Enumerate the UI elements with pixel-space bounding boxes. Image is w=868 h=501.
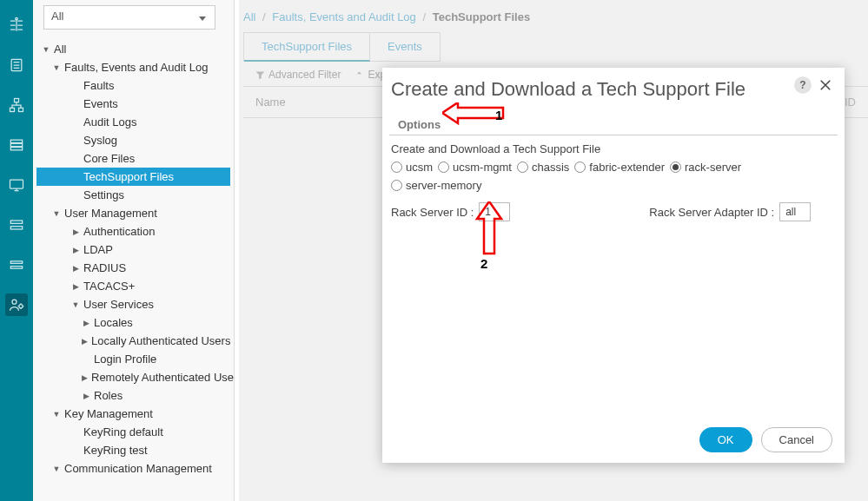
tree-item-label: KeyRing default <box>83 425 227 438</box>
cancel-button[interactable]: Cancel <box>761 427 832 452</box>
rail-icon-admin[interactable] <box>5 293 28 316</box>
caret-icon[interactable] <box>52 410 61 419</box>
caret-icon[interactable] <box>71 282 80 291</box>
tree-item[interactable]: Faults <box>36 76 230 95</box>
tree-item[interactable]: Core Files <box>36 149 230 168</box>
radio-ucsm-mgmt[interactable]: ucsm-mgmt <box>438 161 512 174</box>
scope-select[interactable]: All <box>43 5 215 30</box>
caret-icon[interactable] <box>82 392 90 400</box>
tree-item[interactable]: Login Profile <box>36 350 230 368</box>
caret-spacer <box>71 428 80 437</box>
radio-fabric-extender[interactable]: fabric-extender <box>574 161 665 174</box>
tree-item[interactable]: LDAP <box>36 241 230 259</box>
annotation-label-1: 1 <box>495 108 502 122</box>
caret-spacer <box>71 136 80 145</box>
tree-item-label: Login Profile <box>94 353 227 366</box>
tree-item-label: Locally Authenticated Users <box>91 334 230 347</box>
tree-item-label: Roles <box>94 389 227 402</box>
caret-icon[interactable] <box>82 319 90 327</box>
rack-server-adapter-id-label: Rack Server Adapter ID : <box>649 206 774 219</box>
tree-item[interactable]: TechSupport Files <box>36 168 230 186</box>
rail-icon-chassis[interactable] <box>5 254 28 276</box>
tree-item[interactable]: Key Management <box>36 405 230 423</box>
rack-server-id-label: Rack Server ID : <box>391 206 474 219</box>
rail-icon-servers[interactable] <box>5 54 28 76</box>
caret-spacer <box>71 118 80 127</box>
radio-server-memory[interactable]: server-memory <box>391 179 481 192</box>
tree-item[interactable]: User Services <box>36 295 230 313</box>
rail-icon-equipment[interactable] <box>5 14 28 36</box>
modal-title: Create and Download a Tech Support File … <box>382 68 845 111</box>
svg-rect-6 <box>10 143 22 146</box>
tree-item[interactable]: RADIUS <box>36 259 230 277</box>
tree-item[interactable]: User Management <box>36 204 230 222</box>
tree-item-label: Events <box>83 97 227 110</box>
svg-rect-2 <box>15 99 19 102</box>
tree-item-label: Core Files <box>83 152 227 165</box>
rail-icon-lan[interactable] <box>5 94 28 116</box>
tree-item-label: Syslog <box>83 134 227 147</box>
modal-create-techsupport: Create and Download a Tech Support File … <box>382 68 845 463</box>
tree-item[interactable]: Authentication <box>36 222 230 241</box>
caret-spacer <box>71 191 80 200</box>
caret-icon[interactable] <box>42 45 50 54</box>
rack-server-id-input[interactable]: 1 <box>479 202 510 221</box>
caret-icon[interactable] <box>82 337 88 346</box>
tree-item[interactable]: KeyRing default <box>36 423 230 441</box>
tree-item-label: KeyRing test <box>83 444 227 457</box>
tree-item-label: Authentication <box>83 225 227 238</box>
caret-icon[interactable] <box>52 209 61 218</box>
svg-rect-3 <box>10 108 15 111</box>
radio-rack-server[interactable]: rack-server <box>670 161 741 174</box>
tree-item-label: All <box>54 43 227 56</box>
nav-panel: All AllFaults, Events and Audit Log Faul… <box>33 0 235 501</box>
tree-item-label: Locales <box>94 316 227 329</box>
radio-ucsm[interactable]: ucsm <box>391 161 433 174</box>
svg-rect-8 <box>10 180 23 188</box>
svg-point-13 <box>12 300 17 304</box>
ok-button[interactable]: OK <box>699 427 752 452</box>
tree-item-label: User Services <box>83 298 227 311</box>
rail-icon-vm[interactable] <box>5 174 28 196</box>
annotation-label-2: 2 <box>480 256 487 271</box>
rack-server-adapter-id-input[interactable]: all <box>779 202 811 221</box>
help-icon[interactable]: ? <box>794 76 812 94</box>
tree-item[interactable]: Locally Authenticated Users <box>36 332 230 350</box>
tree-item-label: Faults, Events and Audit Log <box>64 61 227 74</box>
caret-icon[interactable] <box>52 63 61 72</box>
tree-item[interactable]: Remotely Authenticated Users <box>36 368 230 386</box>
rail-icon-storage[interactable] <box>5 214 28 236</box>
tree-item[interactable]: TACACS+ <box>36 277 230 295</box>
close-icon[interactable] <box>815 75 836 96</box>
tree-item[interactable]: Events <box>36 95 230 113</box>
tree-item-label: Communication Management <box>64 462 227 475</box>
tree-item[interactable]: KeyRing test <box>36 441 230 459</box>
tree-item-label: TACACS+ <box>83 280 227 293</box>
caret-icon[interactable] <box>71 246 80 254</box>
tree-item-label: Key Management <box>64 407 227 420</box>
caret-icon[interactable] <box>82 373 88 382</box>
caret-icon[interactable] <box>52 465 61 473</box>
tree-item[interactable]: Roles <box>36 386 230 405</box>
svg-rect-4 <box>19 108 23 111</box>
tree-item[interactable]: Settings <box>36 186 230 204</box>
tree-item-label: RADIUS <box>83 261 227 274</box>
tree-item[interactable]: Locales <box>36 313 230 332</box>
tree-item-label: LDAP <box>83 243 227 256</box>
tree-item[interactable]: Communication Management <box>36 459 230 478</box>
caret-spacer <box>71 100 80 109</box>
tree-item[interactable]: All <box>36 40 230 58</box>
caret-icon[interactable] <box>71 264 80 273</box>
caret-icon[interactable] <box>71 227 80 236</box>
tree-item[interactable]: Audit Logs <box>36 113 230 131</box>
nav-tree: AllFaults, Events and Audit Log Faults E… <box>36 40 230 478</box>
svg-rect-12 <box>10 267 22 269</box>
caret-spacer <box>71 446 80 455</box>
svg-point-14 <box>19 305 23 308</box>
tree-item[interactable]: Syslog <box>36 131 230 149</box>
rail-icon-san[interactable] <box>5 134 28 156</box>
caret-icon[interactable] <box>71 300 80 309</box>
tree-item[interactable]: Faults, Events and Audit Log <box>36 58 230 76</box>
tree-item-label: User Management <box>64 207 227 220</box>
radio-chassis[interactable]: chassis <box>517 161 569 174</box>
